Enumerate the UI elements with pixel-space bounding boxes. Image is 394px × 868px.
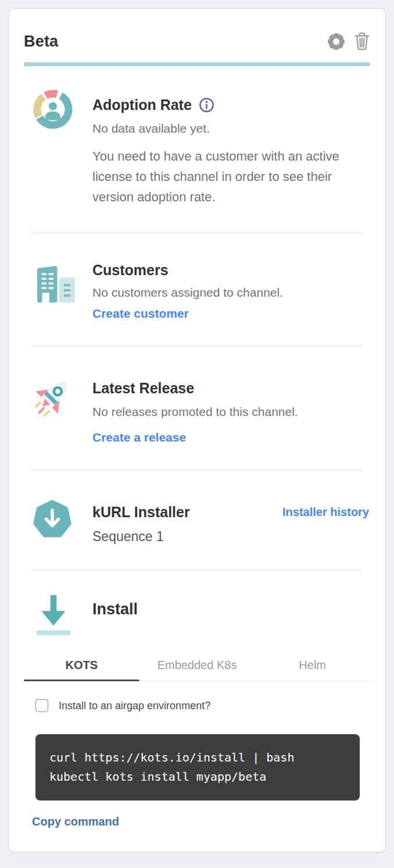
channel-settings-button[interactable] [327,33,345,51]
section-divider [31,469,363,471]
trash-icon [354,32,370,51]
kurl-download-heptagon-icon [32,499,73,540]
section-divider [31,345,363,347]
customers-title: Customers [92,262,369,279]
rocket-icon [32,375,76,419]
kurl-icon-box [32,499,77,545]
channel-title: Beta [24,33,58,51]
adoption-description: You need to have a customer with an acti… [92,146,346,207]
info-icon[interactable] [199,97,214,113]
create-release-link[interactable]: Create a release [92,431,186,444]
install-download-icon [32,595,75,638]
copy-command-link[interactable]: Copy command [32,815,119,828]
airgap-checkbox[interactable] [35,699,48,712]
kurl-installer-title: kURL Installer [92,504,190,521]
adoption-rate-title: Adoption Rate [92,97,192,113]
tab-helm[interactable]: Helm [255,654,370,680]
adoption-empty-message: No data available yet. [92,122,369,136]
customers-building-icon [32,262,77,306]
adoption-rate-section: Adoption Rate No data available yet. You… [24,88,370,207]
latest-release-empty-message: No releases promoted to this channel. [92,405,369,419]
airgap-label: Install to an airgap environment? [59,700,210,712]
install-tabs: KOTS Embedded K8s Helm [24,654,370,681]
channel-card: Beta [8,8,386,852]
install-title: Install [92,600,369,618]
code-line-2: kubectl kots install myapp/beta [49,770,266,784]
adoption-rate-icon-box [32,88,77,207]
install-icon-box [32,595,77,640]
gear-icon [327,33,345,51]
installer-sequence: Sequence 1 [92,529,369,545]
install-command-block: curl https://kots.io/install | bash kube… [35,734,360,801]
install-section: Install [24,595,370,640]
section-divider [31,569,363,571]
customers-empty-message: No customers assigned to channel. [92,286,369,300]
channel-accent-bar [24,62,370,66]
kurl-installer-section: kURL Installer Installer history Sequenc… [24,499,370,545]
airgap-option-row: Install to an airgap environment? [24,699,370,712]
customers-section: Customers No customers assigned to chann… [24,262,370,321]
tab-kots[interactable]: KOTS [24,654,139,680]
adoption-rate-donut-icon [32,88,74,130]
tab-embedded-k8s[interactable]: Embedded K8s [139,654,255,680]
delete-channel-button[interactable] [354,32,370,51]
card-header: Beta [24,29,370,54]
latest-release-title: Latest Release [92,380,369,397]
section-divider [31,232,363,234]
latest-release-icon-box [32,375,77,444]
create-customer-link[interactable]: Create customer [92,307,189,321]
header-actions [327,32,370,51]
latest-release-section: Latest Release No releases promoted to t… [24,375,370,444]
installer-history-link[interactable]: Installer history [282,506,369,519]
code-line-1: curl https://kots.io/install | bash [49,750,294,764]
customers-icon-box [32,262,77,321]
